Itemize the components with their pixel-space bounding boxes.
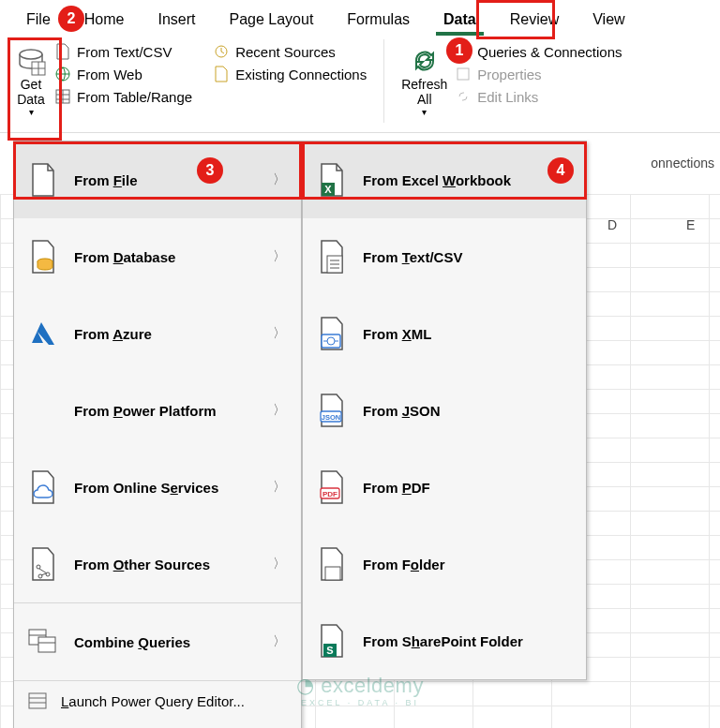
menu-from-pdf[interactable]: PDF From PDF <box>303 449 586 526</box>
menu-launch-pqe[interactable]: Launch Power Query Editor... <box>14 681 301 721</box>
menu-from-xml[interactable]: From XML <box>303 295 586 372</box>
column-header-d[interactable]: D <box>608 217 617 232</box>
pdf-file-icon: PDF <box>316 468 348 507</box>
svg-rect-18 <box>38 637 55 652</box>
database-icon <box>27 237 59 276</box>
group-get-transform: Get Data ▾ From Text/CSV From Web From T… <box>8 39 384 123</box>
tab-data[interactable]: Data <box>427 6 493 34</box>
menu-combine-queries[interactable]: Combine Queries 〉 <box>14 603 301 680</box>
power-platform-icon <box>27 391 59 430</box>
chevron-right-icon: 〉 <box>273 633 286 650</box>
menu-from-json[interactable]: JSON From JSON <box>303 372 586 449</box>
from-web-button[interactable]: From Web <box>54 66 192 82</box>
excel-file-icon: X <box>316 160 348 200</box>
chevron-right-icon: 〉 <box>273 171 286 188</box>
xml-file-icon <box>316 314 348 353</box>
folder-icon <box>316 544 348 584</box>
combine-icon <box>27 622 59 661</box>
menu-from-folder[interactable]: From Folder <box>303 526 586 602</box>
ribbon: Get Data ▾ From Text/CSV From Web From T… <box>0 34 720 133</box>
group-queries-connections: Refresh All ▾ Queries & Connections Prop… <box>394 39 638 123</box>
svg-point-0 <box>20 50 42 59</box>
connections-tab-text: onnections <box>651 156 714 171</box>
editor-icon <box>27 691 48 711</box>
other-sources-icon <box>27 544 59 584</box>
chevron-down-icon: ▾ <box>422 107 427 117</box>
menu-from-online-services[interactable]: From Online Services 〉 <box>14 449 301 526</box>
annotation-bubble-3: 3 <box>197 157 223 184</box>
svg-rect-21 <box>29 693 46 708</box>
existing-icon <box>213 66 230 82</box>
menu-from-excel-workbook[interactable]: X From Excel Workbook <box>303 141 586 218</box>
get-data-menu: From File 〉 From Database 〉 From Azure 〉… <box>13 141 302 728</box>
chevron-down-icon: ▾ <box>29 107 34 117</box>
column-header-e[interactable]: E <box>686 217 695 232</box>
globe-icon <box>54 66 71 82</box>
chevron-right-icon: 〉 <box>273 248 286 265</box>
recent-sources-button[interactable]: Recent Sources <box>213 43 367 60</box>
link-icon <box>455 88 472 105</box>
queries-connections-button[interactable]: Queries & Connections <box>455 43 622 60</box>
annotation-bubble-4: 4 <box>548 157 574 184</box>
tab-insert[interactable]: Insert <box>141 6 212 34</box>
menu-from-other-sources[interactable]: From Other Sources 〉 <box>14 526 301 602</box>
chevron-right-icon: 〉 <box>273 556 286 572</box>
get-data-label: Get Data <box>17 77 45 107</box>
menu-data-source-settings[interactable]: Data Source Settings... <box>14 721 301 728</box>
azure-icon <box>27 314 59 353</box>
tab-page-layout[interactable]: Page Layout <box>212 6 330 34</box>
properties-button: Properties <box>455 66 622 82</box>
cloud-icon <box>27 468 59 507</box>
edit-links-button: Edit Links <box>455 88 622 105</box>
menu-from-text-csv[interactable]: From Text/CSV <box>303 218 586 295</box>
svg-text:PDF: PDF <box>322 490 338 498</box>
menu-from-sharepoint-folder[interactable]: S From SharePoint Folder <box>303 602 586 679</box>
from-file-submenu: X From Excel Workbook From Text/CSV From… <box>302 141 587 680</box>
ribbon-tabs: File Home Insert Page Layout Formulas Da… <box>0 0 720 34</box>
menu-from-file[interactable]: From File 〉 <box>14 141 301 218</box>
svg-text:JSON: JSON <box>322 413 340 422</box>
file-icon <box>54 43 71 60</box>
text-file-icon <box>316 237 348 276</box>
menu-from-power-platform[interactable]: From Power Platform 〉 <box>14 372 301 449</box>
get-data-icon <box>15 45 47 77</box>
file-icon <box>27 160 59 200</box>
menu-from-database[interactable]: From Database 〉 <box>14 218 301 295</box>
svg-text:S: S <box>326 645 333 656</box>
properties-icon <box>455 66 472 82</box>
from-text-csv-button[interactable]: From Text/CSV <box>54 43 192 60</box>
tab-review[interactable]: Review <box>493 6 576 34</box>
json-file-icon: JSON <box>316 391 348 430</box>
annotation-bubble-1: 1 <box>446 37 472 64</box>
svg-text:X: X <box>324 184 332 195</box>
table-icon <box>54 88 71 105</box>
chevron-right-icon: 〉 <box>273 402 286 419</box>
chevron-right-icon: 〉 <box>273 325 286 342</box>
svg-rect-12 <box>458 68 469 80</box>
tab-formulas[interactable]: Formulas <box>330 6 427 34</box>
refresh-icon <box>409 45 441 77</box>
from-table-range-button[interactable]: From Table/Range <box>54 88 192 105</box>
existing-connections-button[interactable]: Existing Connections <box>213 66 367 82</box>
svg-rect-44 <box>325 567 340 580</box>
chevron-right-icon: 〉 <box>273 479 286 496</box>
tab-view[interactable]: View <box>576 6 641 34</box>
get-data-button[interactable]: Get Data ▾ <box>8 39 54 123</box>
clock-icon <box>213 43 230 60</box>
watermark: ◔ exceldemy EXCEL · DATA · BI <box>296 674 424 707</box>
menu-from-azure[interactable]: From Azure 〉 <box>14 295 301 372</box>
sharepoint-icon: S <box>316 621 348 661</box>
annotation-bubble-2: 2 <box>58 6 84 32</box>
